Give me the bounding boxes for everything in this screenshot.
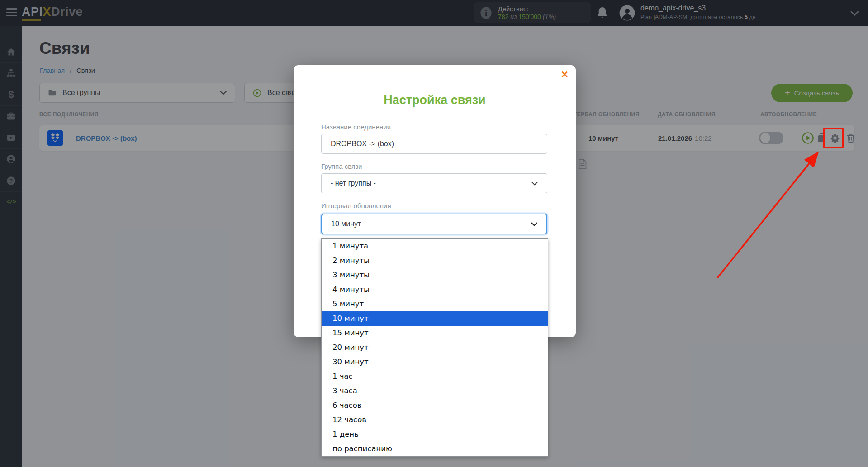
dropdown-option[interactable]: 1 час	[322, 369, 548, 384]
dropdown-option[interactable]: 1 минута	[322, 239, 548, 253]
chevron-down-icon	[531, 222, 537, 226]
update-interval-label: Интервал обновления	[321, 202, 391, 210]
dropdown-option[interactable]: 30 минут	[322, 355, 548, 369]
dropdown-option[interactable]: 3 часа	[322, 384, 548, 398]
interval-options-dropdown: 1 минута2 минуты3 минуты4 минуты5 минут1…	[321, 238, 548, 457]
dropdown-option[interactable]: 15 минут	[322, 326, 548, 340]
update-interval-select[interactable]: 10 минут	[321, 214, 547, 234]
dropdown-option[interactable]: 1 день	[322, 427, 548, 442]
close-icon[interactable]: ✕	[560, 70, 569, 79]
chevron-down-icon	[531, 181, 538, 186]
dropdown-option[interactable]: 20 минут	[322, 340, 548, 355]
connection-group-label: Группа связи	[321, 162, 362, 170]
dropdown-option[interactable]: 6 часов	[322, 398, 548, 413]
connection-name-input[interactable]	[321, 134, 547, 154]
connection-name-label: Название соединения	[321, 123, 391, 131]
dropdown-option[interactable]: 12 часов	[322, 413, 548, 427]
dropdown-option[interactable]: 5 минут	[322, 297, 548, 311]
dropdown-option[interactable]: 2 минуты	[322, 253, 548, 268]
modal-title: Настройка связи	[294, 93, 576, 107]
dropdown-option[interactable]: 4 минуты	[322, 282, 548, 297]
dropdown-option[interactable]: по расписанию	[322, 442, 548, 456]
dropdown-option[interactable]: 10 минут	[322, 311, 548, 326]
connection-group-select[interactable]: - нет группы -	[321, 173, 547, 193]
dropdown-option[interactable]: 3 минуты	[322, 268, 548, 282]
